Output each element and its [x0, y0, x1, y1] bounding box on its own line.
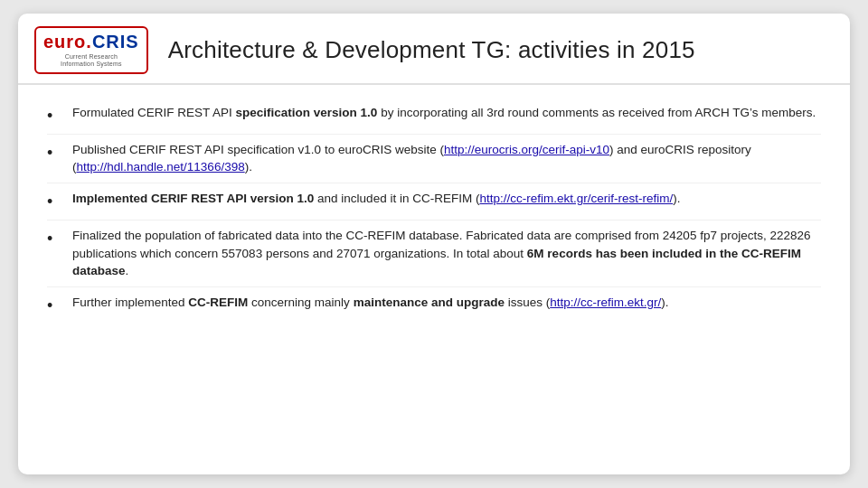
slide-content: • Formulated CERIF REST API specificatio…: [18, 85, 850, 474]
bullet-item-3: • Implemented CERIF REST API version 1.0…: [47, 183, 821, 221]
eurocris-logo: euro.CRIS Current ResearchInformation Sy…: [34, 26, 148, 74]
bullet-dot-3: •: [47, 190, 61, 213]
link-ccrefim-api[interactable]: http://cc-refim.ekt.gr/cerif-rest-refim/: [479, 192, 673, 205]
bullet-text-5: Further implemented CC-REFIM concerning …: [72, 294, 668, 312]
bullet-item-4: • Finalized the population of fabricated…: [47, 221, 821, 287]
bullet-text-4: Finalized the population of fabricated d…: [72, 227, 821, 280]
bullet-item-1: • Formulated CERIF REST API specificatio…: [47, 98, 821, 135]
link-eurocris[interactable]: http://eurocris.org/cerif-api-v10: [444, 143, 609, 156]
bullet-dot-1: •: [47, 104, 61, 127]
slide: euro.CRIS Current ResearchInformation Sy…: [18, 14, 850, 474]
bullet-text-2: Published CERIF REST API specification v…: [72, 141, 821, 176]
link-handle[interactable]: http://hdl.handle.net/11366/398: [77, 160, 245, 174]
logo-subtitle: Current ResearchInformation Systems: [61, 53, 122, 69]
bullet-dot-2: •: [47, 141, 61, 164]
bullet-dot-4: •: [47, 227, 61, 250]
bullet-item-2: • Published CERIF REST API specification…: [47, 135, 821, 183]
link-ccrefim-main[interactable]: http://cc-refim.ekt.gr/: [550, 296, 661, 309]
bullet-dot-5: •: [47, 294, 61, 317]
logo-text: euro.CRIS: [43, 32, 139, 52]
bullet-item-5: • Further implemented CC-REFIM concernin…: [47, 287, 821, 324]
slide-title: Architecture & Development TG: activitie…: [168, 36, 695, 64]
bullet-text-3: Implemented CERIF REST API version 1.0 a…: [72, 190, 680, 208]
bullet-text-1: Formulated CERIF REST API specification …: [72, 104, 816, 122]
slide-header: euro.CRIS Current ResearchInformation Sy…: [18, 14, 850, 85]
